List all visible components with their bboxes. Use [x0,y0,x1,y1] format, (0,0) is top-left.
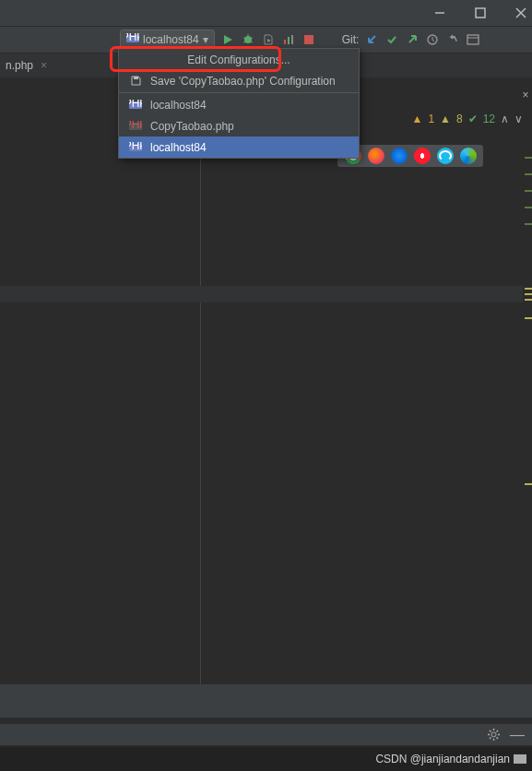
php-icon: PHP [128,140,143,155]
coverage-icon[interactable] [261,32,276,47]
git-commit-icon[interactable] [384,32,399,47]
svg-rect-15 [288,37,290,44]
typo-icon[interactable]: ✔ [468,113,478,125]
debug-icon[interactable] [241,32,255,47]
menu-label: localhost84 [150,141,207,154]
php-file-icon: PHP [128,119,143,134]
next-highlight-icon[interactable]: ∨ [514,113,523,125]
bottom-panel [0,684,532,718]
git-label: Git: [342,33,360,46]
svg-text:PHP: PHP [126,33,139,43]
svg-text:PHP: PHP [129,121,142,131]
svg-marker-6 [224,35,232,44]
php-icon: PHP [128,98,143,113]
maximize-icon[interactable] [473,6,488,20]
typo-count: 12 [483,113,495,125]
chevron-down-icon: ▾ [203,33,208,46]
php-icon: PHP [126,33,139,47]
svg-marker-13 [267,39,271,42]
menu-label: Save 'CopyTaobao.php' Configuration [150,75,336,88]
run-config-dropdown: Edit Configurations... Save 'CopyTaobao.… [118,48,360,159]
split-divider[interactable] [200,76,201,684]
run-config-selector[interactable]: PHP localhost84 ▾ [120,30,215,50]
save-icon [128,74,143,89]
weak-warning-count: 8 [456,113,463,125]
close-icon[interactable] [514,6,528,20]
svg-line-11 [243,42,245,42]
weak-warning-icon[interactable]: ▲ [440,113,451,125]
status-minimize-icon[interactable]: — [510,727,525,743]
warning-icon[interactable]: ▲ [411,113,422,125]
svg-point-7 [244,36,252,43]
profile-icon[interactable] [281,32,296,47]
menu-label: Edit Configurations... [187,53,290,66]
undo-icon[interactable] [445,32,460,47]
ie-icon[interactable] [437,148,454,164]
menu-config-item[interactable]: PHP CopyTaobao.php [119,115,359,136]
svg-rect-17 [304,35,313,44]
menu-config-item[interactable]: PHP localhost84 [119,94,359,115]
menu-separator [119,92,359,93]
opera-icon[interactable] [414,148,431,164]
menu-edit-configurations[interactable]: Edit Configurations... [119,49,359,70]
svg-line-35 [490,738,491,740]
watermark-text: CSDN @jianjiandandanjian [375,753,510,765]
svg-text:PHP: PHP [129,100,142,110]
svg-rect-16 [291,35,293,44]
menu-config-item-selected[interactable]: PHP localhost84 [119,136,359,158]
minimize-icon[interactable] [432,6,447,20]
menu-label: localhost84 [150,99,207,112]
tab-label: n.php [6,59,33,72]
menu-save-configuration[interactable]: Save 'CopyTaobao.php' Configuration [119,70,359,91]
watermark-badge [514,754,526,764]
svg-line-33 [490,730,491,732]
tab-close-icon[interactable]: × [41,59,47,72]
svg-rect-1 [476,8,485,18]
svg-text:PHP: PHP [129,142,142,152]
panel-close-icon[interactable]: × [519,89,532,101]
svg-point-28 [491,732,496,737]
run-icon[interactable] [220,32,235,47]
edge-icon[interactable] [460,148,477,164]
firefox-icon[interactable] [368,148,384,164]
git-pull-icon[interactable] [364,32,379,47]
run-config-label: localhost84 [143,33,199,46]
toolbar-more-icon[interactable] [466,32,480,47]
menu-label: CopyTaobao.php [150,120,234,133]
svg-line-12 [251,42,253,42]
svg-rect-19 [467,35,479,44]
settings-icon[interactable] [486,728,501,742]
stop-icon[interactable] [301,32,316,47]
svg-line-36 [496,730,498,732]
git-push-icon[interactable] [405,32,420,47]
warning-count: 1 [428,113,434,125]
svg-line-34 [496,738,498,740]
history-icon[interactable] [425,32,440,47]
editor-tab[interactable]: n.php × [0,53,53,77]
svg-rect-21 [134,77,138,79]
tool-window-bar[interactable] [0,286,523,302]
prev-highlight-icon[interactable]: ∧ [501,113,509,125]
safari-icon[interactable] [391,148,408,164]
svg-rect-14 [284,40,286,44]
